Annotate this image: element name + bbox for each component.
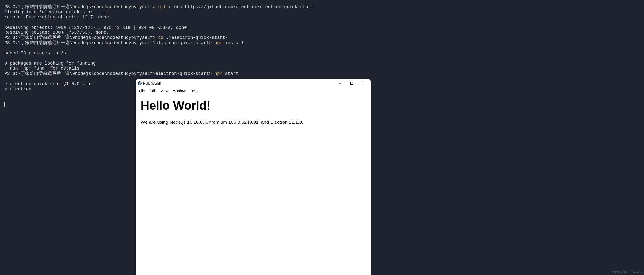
window-controls <box>334 79 369 87</box>
svg-rect-5 <box>350 82 353 84</box>
window-titlebar[interactable]: Hello World! <box>136 79 370 87</box>
terminal-line: PS G:\丁家雄自学前端最后一遍\9nodejs\code\nodestudy… <box>4 35 640 40</box>
terminal-line <box>4 20 640 25</box>
terminal-line: Cloning into 'electron-quick-start'... <box>4 10 640 15</box>
window-title: Hello World! <box>143 82 161 85</box>
close-button[interactable] <box>357 79 369 87</box>
menu-file[interactable]: File <box>137 88 147 94</box>
menubar: File Edit View Window Help <box>136 87 370 94</box>
minimize-button[interactable] <box>334 79 346 87</box>
terminal-line: run `npm fund` for details <box>4 66 640 71</box>
menu-help[interactable]: Help <box>188 88 200 94</box>
terminal-line: Resolving deltas: 100% (753/753), done. <box>4 30 640 35</box>
version-info: We are using Node.js 16.16.0, Chromium 1… <box>141 119 366 126</box>
terminal-line: 9 packages are looking for funding <box>4 61 640 66</box>
terminal-line <box>4 56 640 61</box>
terminal-line: PS G:\丁家雄自学前端最后一遍\9nodejs\code\nodestudy… <box>4 40 640 46</box>
electron-app-window: Hello World! File Edit View Window Help … <box>136 79 370 275</box>
cursor <box>4 102 7 107</box>
terminal-line: remote: Enumerating objects: 1217, done. <box>4 15 640 20</box>
menu-window[interactable]: Window <box>171 88 188 94</box>
app-content: Hello World! We are using Node.js 16.16.… <box>136 94 370 130</box>
terminal-line: added 78 packages in 3s <box>4 50 640 56</box>
terminal-line <box>4 46 640 51</box>
maximize-button[interactable] <box>346 79 357 87</box>
svg-point-0 <box>140 83 140 84</box>
terminal-line: PS G:\丁家雄自学前端最后一遍\9nodejs\code\nodestudy… <box>4 71 640 76</box>
terminal-line: PS G:\丁家雄自学前端最后一遍\9nodejs\code\nodestudy… <box>4 4 640 10</box>
page-heading: Hello World! <box>141 99 366 112</box>
terminal-line: Receiving objects: 100% (1217/1217), 975… <box>4 25 640 30</box>
electron-icon <box>138 81 142 85</box>
menu-edit[interactable]: Edit <box>147 88 158 94</box>
menu-view[interactable]: View <box>158 88 171 94</box>
watermark: CSDN @Ding Jiaxiong <box>612 270 642 274</box>
